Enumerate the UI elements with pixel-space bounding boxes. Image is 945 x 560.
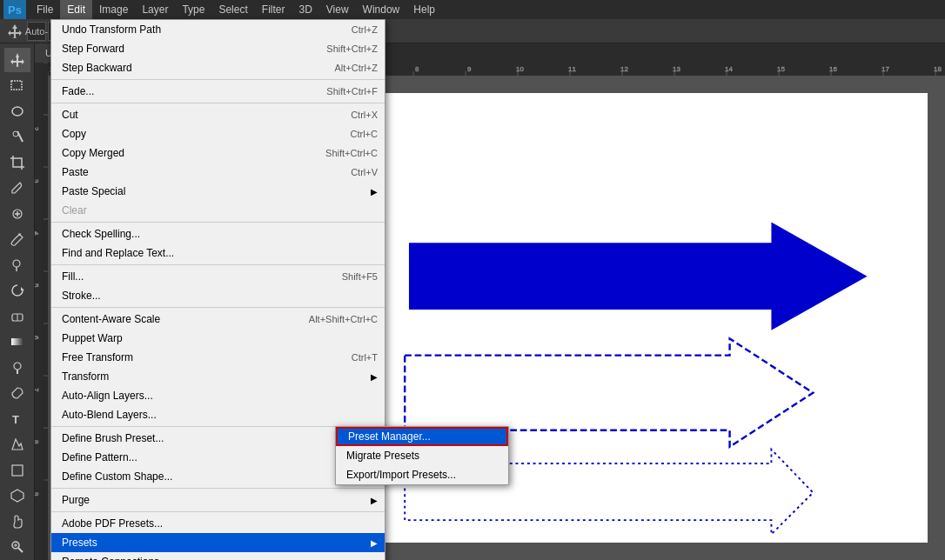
- menu-export-import-presets[interactable]: Export/Import Presets...: [336, 465, 508, 484]
- svg-rect-73: [12, 465, 23, 476]
- svg-text:9: 9: [467, 65, 472, 73]
- menu-layer[interactable]: Layer: [135, 0, 175, 19]
- svg-point-70: [14, 363, 21, 370]
- tool-crop[interactable]: [4, 150, 30, 175]
- tool-text[interactable]: T: [4, 407, 30, 431]
- tool-zoom[interactable]: [4, 536, 30, 560]
- menu-auto-align-layers[interactable]: Auto-Align Layers...: [51, 386, 385, 405]
- menu-paste[interactable]: Paste Ctrl+V: [51, 163, 385, 182]
- menu-window[interactable]: Window: [356, 0, 407, 19]
- menu-image[interactable]: Image: [92, 0, 135, 19]
- menu-remote-connections[interactable]: Remote Connections...: [51, 552, 385, 560]
- menu-bar: Ps File Edit Image Layer Type Select Fil…: [0, 0, 945, 19]
- menu-adobe-pdf-presets[interactable]: Adobe PDF Presets...: [51, 514, 385, 533]
- tool-hand[interactable]: [4, 510, 30, 534]
- svg-marker-66: [21, 287, 24, 290]
- svg-marker-56: [10, 53, 24, 67]
- svg-text:9: 9: [35, 492, 40, 497]
- tool-heal[interactable]: [4, 202, 30, 226]
- svg-text:15: 15: [777, 65, 785, 73]
- tool-lasso[interactable]: [4, 99, 30, 123]
- menu-auto-blend-layers[interactable]: Auto-Blend Layers...: [51, 405, 385, 424]
- tool-move[interactable]: [4, 48, 30, 72]
- svg-marker-0: [8, 24, 22, 38]
- menu-purge[interactable]: Purge ▶: [51, 490, 385, 510]
- menu-transform[interactable]: Transform ▶: [51, 367, 385, 386]
- tool-history-brush[interactable]: [4, 279, 30, 303]
- menu-step-forward[interactable]: Step Forward Shift+Ctrl+Z: [51, 39, 385, 58]
- menu-3d[interactable]: 3D: [292, 0, 318, 19]
- tool-select-rect[interactable]: [4, 74, 30, 98]
- menu-content-aware-scale[interactable]: Content-Aware Scale Alt+Shift+Ctrl+C: [51, 310, 385, 329]
- svg-point-64: [13, 260, 20, 267]
- menu-clear[interactable]: Clear: [51, 201, 385, 220]
- menu-undo-transform-path[interactable]: Undo Transform Path Ctrl+Z: [51, 20, 385, 39]
- menu-paste-special[interactable]: Paste Special ▶: [51, 182, 385, 201]
- tool-magic-wand[interactable]: [4, 125, 30, 150]
- menu-help[interactable]: Help: [406, 0, 442, 19]
- menu-select[interactable]: Select: [211, 0, 254, 19]
- divider-5: [51, 307, 385, 308]
- svg-text:5: 5: [35, 283, 40, 288]
- menu-stroke[interactable]: Stroke...: [51, 286, 385, 305]
- menu-check-spelling[interactable]: Check Spelling...: [51, 224, 385, 243]
- svg-text:16: 16: [829, 65, 837, 73]
- menu-presets[interactable]: Presets ▶: [51, 533, 385, 552]
- menu-fill[interactable]: Fill... Shift+F5: [51, 267, 385, 286]
- tool-gradient[interactable]: [4, 330, 30, 355]
- svg-point-60: [13, 131, 18, 137]
- svg-text:3: 3: [35, 179, 40, 183]
- divider-3: [51, 222, 385, 223]
- svg-rect-38: [35, 63, 48, 560]
- tool-dodge[interactable]: [4, 356, 30, 380]
- menu-cut[interactable]: Cut Ctrl+X: [51, 105, 385, 124]
- tool-shape[interactable]: [4, 458, 30, 483]
- svg-text:6: 6: [35, 336, 40, 340]
- menu-puppet-warp[interactable]: Puppet Warp: [51, 329, 385, 348]
- svg-text:10: 10: [516, 65, 524, 73]
- menu-preset-manager[interactable]: Preset Manager...: [336, 427, 508, 446]
- menu-copy[interactable]: Copy Ctrl+C: [51, 124, 385, 143]
- svg-line-75: [18, 548, 23, 552]
- tool-3d[interactable]: [4, 484, 30, 509]
- tool-pen[interactable]: [4, 382, 30, 406]
- tool-path-select[interactable]: [4, 433, 30, 457]
- ps-logo: Ps: [3, 0, 26, 19]
- options-move-icon: [7, 23, 23, 39]
- svg-rect-69: [11, 338, 23, 345]
- svg-text:11: 11: [568, 65, 576, 73]
- presets-submenu: Preset Manager... Migrate Presets Export…: [335, 426, 509, 485]
- divider-2: [51, 103, 385, 103]
- svg-text:T: T: [12, 413, 19, 426]
- divider-8: [51, 511, 385, 512]
- svg-text:18: 18: [934, 65, 942, 73]
- divider-7: [51, 488, 385, 489]
- menu-free-transform[interactable]: Free Transform Ctrl+T: [51, 348, 385, 367]
- svg-rect-57: [11, 81, 22, 90]
- svg-text:14: 14: [725, 65, 733, 73]
- svg-text:8: 8: [35, 440, 40, 444]
- svg-text:17: 17: [881, 65, 889, 73]
- divider-4: [51, 264, 385, 265]
- menu-edit[interactable]: Edit: [60, 0, 92, 19]
- svg-text:8: 8: [415, 65, 419, 73]
- tool-eyedropper[interactable]: [4, 177, 30, 201]
- menu-file[interactable]: File: [30, 0, 60, 19]
- svg-point-58: [12, 107, 23, 116]
- menu-filter[interactable]: Filter: [255, 0, 292, 19]
- left-toolbar: T: [0, 43, 35, 560]
- svg-text:12: 12: [620, 65, 628, 73]
- options-auto-btn[interactable]: Auto-: [27, 22, 46, 41]
- arrow-solid: [409, 222, 868, 330]
- tool-clone-stamp[interactable]: [4, 253, 30, 277]
- tool-eraser[interactable]: [4, 304, 30, 329]
- menu-view[interactable]: View: [319, 0, 356, 19]
- menu-migrate-presets[interactable]: Migrate Presets: [336, 446, 508, 465]
- menu-copy-merged[interactable]: Copy Merged Shift+Ctrl+C: [51, 143, 385, 163]
- menu-type[interactable]: Type: [175, 0, 211, 19]
- svg-text:7: 7: [35, 388, 40, 392]
- menu-find-replace[interactable]: Find and Replace Text...: [51, 243, 385, 263]
- menu-fade[interactable]: Fade... Shift+Ctrl+F: [51, 82, 385, 101]
- menu-step-backward[interactable]: Step Backward Alt+Ctrl+Z: [51, 58, 385, 77]
- tool-brush[interactable]: [4, 228, 30, 252]
